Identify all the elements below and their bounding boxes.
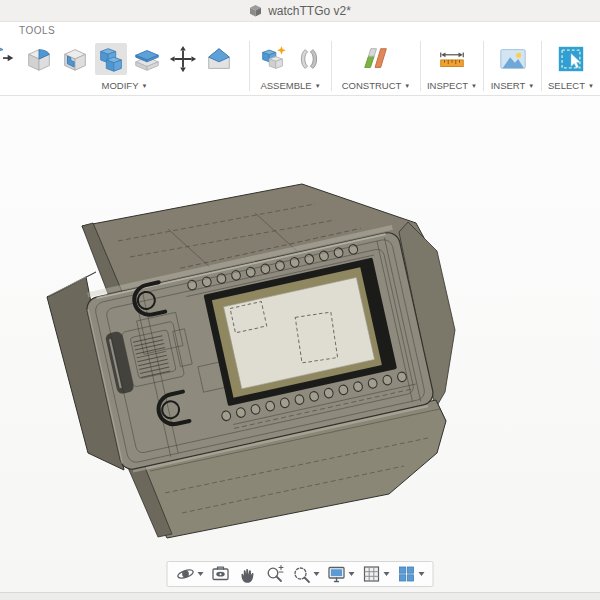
select-icon[interactable] [555,43,587,75]
viewports-button[interactable] [394,563,428,585]
measure-icon[interactable] [436,43,468,75]
new-component-icon[interactable] [257,43,289,75]
fit-button[interactable] [289,563,323,585]
chevron-down-icon [198,572,204,576]
ribbon-section-select: SELECT ▼ [542,40,600,95]
ribbon-section-assemble: ASSEMBLE ▼ [250,40,331,95]
select-label: SELECT [548,80,585,91]
ribbon-section-construct: CONSTRUCT ▼ [332,40,420,95]
grid-icon [362,564,382,584]
display-settings-button[interactable] [324,563,358,585]
construct-menu[interactable]: CONSTRUCT ▼ [342,80,411,91]
orbit-icon [176,564,196,584]
chevron-down-icon: ▼ [588,83,594,89]
ribbon-section-insert: INSERT ▼ [484,40,541,95]
chevron-down-icon: ▼ [471,83,477,89]
display-settings-icon [327,564,347,584]
chevron-down-icon: ▼ [404,83,410,89]
chevron-down-icon [314,572,320,576]
insert-label: INSERT [491,80,526,91]
orbit-button[interactable] [173,563,207,585]
viewports-icon [397,564,417,584]
chevron-down-icon: ▼ [315,83,321,89]
modify-label: MODIFY [102,80,139,91]
move-copy-icon[interactable] [167,43,199,75]
draft-icon[interactable] [203,43,235,75]
tab-tools[interactable]: TOOLS [19,25,55,36]
fillet-icon[interactable] [23,43,55,75]
fit-icon [292,564,312,584]
look-at-button[interactable] [208,563,234,585]
pan-hand-icon [238,564,258,584]
press-pull-icon[interactable] [0,43,19,75]
ribbon-toolbar: TOOLS [0,22,600,96]
title-bar: watchTTGo v2* [0,0,600,22]
chevron-down-icon: ▼ [142,83,148,89]
ribbon-section-inspect: INSPECT ▼ [421,40,483,95]
grid-and-snaps-button[interactable] [359,563,393,585]
zoom-icon [265,564,285,584]
view-navigation-toolbar [167,561,434,587]
inspect-menu[interactable]: INSPECT ▼ [427,80,477,91]
joint-icon[interactable] [293,43,325,75]
assemble-label: ASSEMBLE [260,80,311,91]
select-menu[interactable]: SELECT ▼ [548,80,594,91]
document-title[interactable]: watchTTGo v2* [268,4,351,18]
look-at-icon [211,564,231,584]
viewport-canvas[interactable] [0,96,600,592]
document-cube-icon [249,4,262,17]
combine-icon[interactable] [95,43,127,75]
pan-button[interactable] [235,563,261,585]
chevron-down-icon: ▼ [528,83,534,89]
shell-icon[interactable] [59,43,91,75]
zoom-button[interactable] [262,563,288,585]
assemble-menu[interactable]: ASSEMBLE ▼ [260,80,320,91]
modify-menu[interactable]: MODIFY ▼ [102,80,148,91]
ribbon-section-modify: MODIFY ▼ [0,40,249,95]
construct-label: CONSTRUCT [342,80,402,91]
chevron-down-icon [419,572,425,576]
split-body-icon[interactable] [131,43,163,75]
insert-image-icon[interactable] [497,43,529,75]
inspect-label: INSPECT [427,80,468,91]
chevron-down-icon [384,572,390,576]
construct-plane-icon[interactable] [360,43,392,75]
insert-menu[interactable]: INSERT ▼ [491,80,535,91]
chevron-down-icon [349,572,355,576]
model-watch-case[interactable] [0,96,600,592]
ribbon-row: MODIFY ▼ [0,40,600,95]
timeline-strip [0,592,600,600]
